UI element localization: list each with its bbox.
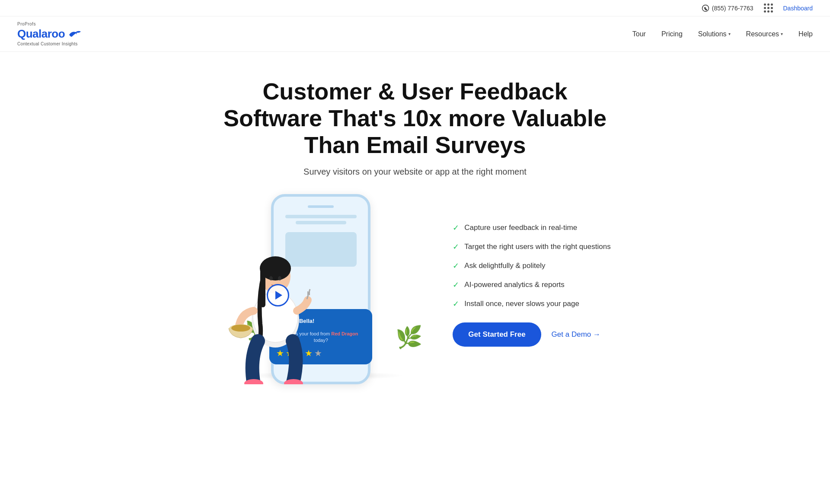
nav-links: Tour Pricing Solutions ▾ Resources ▾ Hel… (632, 30, 813, 38)
dashboard-link[interactable]: Dashboard (783, 5, 813, 12)
leaf-right-decoration: 🌿 (396, 325, 422, 350)
logo-area: ProProfs Qualaroo Contextual Customer In… (17, 22, 82, 46)
check-icon-4: ✓ (453, 280, 459, 290)
nav-help[interactable]: Help (798, 30, 813, 38)
feature-text-4: AI-powered analytics & reports (464, 281, 565, 289)
apps-grid-icon[interactable] (764, 3, 773, 13)
svg-point-12 (231, 325, 250, 332)
features-cta-area: ✓ Capture user feedback in real-time ✓ T… (453, 223, 610, 347)
check-icon-2: ✓ (453, 242, 459, 252)
nav-solutions[interactable]: Solutions ▾ (698, 30, 731, 38)
feature-item-4: ✓ AI-powered analytics & reports (453, 280, 610, 290)
feature-text-3: Ask delightfully & politely (464, 262, 545, 270)
proprofs-label: ProProfs (17, 22, 82, 26)
feature-item-2: ✓ Target the right users with the right … (453, 242, 610, 252)
logo-bird-icon (67, 29, 82, 39)
svg-point-6 (269, 276, 273, 281)
nav-pricing[interactable]: Pricing (661, 30, 683, 38)
feature-item-3: ✓ Ask delightfully & politely (453, 261, 610, 271)
nav-resources[interactable]: Resources ▾ (746, 30, 783, 38)
feature-text-2: Target the right users with the right qu… (464, 242, 610, 251)
phone-number[interactable]: (855) 776-7763 (702, 4, 753, 12)
feature-text-5: Install once, never slows your page (464, 300, 579, 308)
feature-item-1: ✓ Capture user feedback in real-time (453, 223, 610, 233)
feature-text-1: Capture user feedback in real-time (464, 223, 577, 232)
top-bar: (855) 776-7763 Dashboard (0, 0, 830, 16)
cta-buttons: Get Started Free Get a Demo → (453, 322, 610, 347)
solutions-chevron: ▾ (728, 32, 731, 36)
hero-content: Hi Bella! How is your food from Red Drag… (156, 194, 674, 376)
resources-chevron: ▾ (781, 32, 783, 36)
phone-icon (702, 4, 709, 12)
phone-notch (308, 205, 334, 208)
survey-highlight: Red Dragon (331, 331, 358, 336)
phone-line-1 (285, 215, 357, 218)
phone-line-2 (296, 221, 346, 224)
get-started-button[interactable]: Get Started Free (453, 322, 541, 347)
logo-main: Qualaroo (17, 27, 82, 41)
phone-text: (855) 776-7763 (712, 5, 753, 12)
hero-title: Customer & User Feedback Software That's… (220, 78, 610, 158)
play-triangle-icon (275, 291, 282, 300)
woman-illustration (228, 237, 323, 376)
phone-illustration-area: Hi Bella! How is your food from Red Drag… (219, 194, 427, 376)
svg-point-7 (278, 276, 281, 281)
main-nav: ProProfs Qualaroo Contextual Customer In… (0, 16, 830, 52)
feature-item-5: ✓ Install once, never slows your page (453, 299, 610, 309)
nav-tour[interactable]: Tour (632, 30, 646, 38)
logo-text: Qualaroo (17, 27, 65, 41)
hero-section: Customer & User Feedback Software That's… (0, 52, 830, 393)
check-icon-1: ✓ (453, 223, 459, 233)
hero-subtitle: Survey visitors on your website or app a… (17, 167, 813, 177)
check-icon-3: ✓ (453, 261, 459, 271)
features-list: ✓ Capture user feedback in real-time ✓ T… (453, 223, 610, 309)
check-icon-5: ✓ (453, 299, 459, 309)
logo-tagline: Contextual Customer Insights (17, 41, 82, 46)
get-demo-link[interactable]: Get a Demo → (552, 330, 600, 339)
